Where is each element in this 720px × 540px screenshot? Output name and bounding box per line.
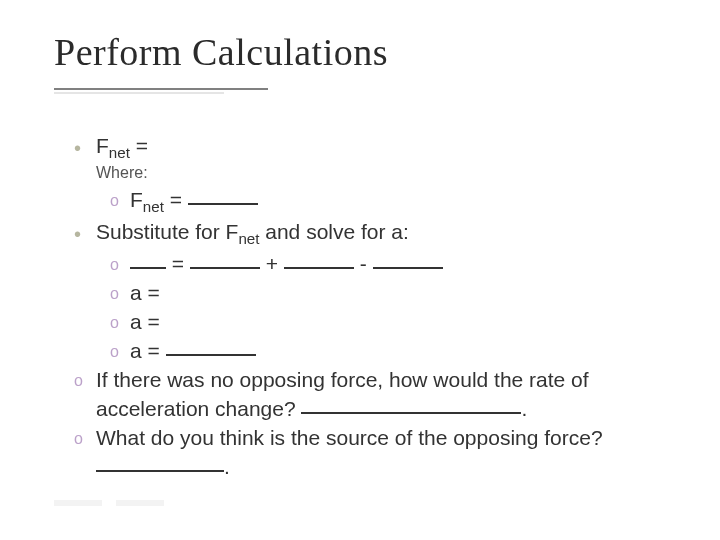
- bullet-substitute-text: Substitute for Fnet and solve for a:: [96, 218, 664, 250]
- question-source: o What do you think is the source of the…: [74, 424, 664, 482]
- blank: [373, 249, 443, 269]
- blank: [190, 249, 260, 269]
- var-f-sub: net: [143, 198, 164, 215]
- question-opposing-force: o If there was no opposing force, how wo…: [74, 366, 664, 424]
- blank: [96, 452, 224, 472]
- period: .: [521, 397, 527, 420]
- sub-a2: o a =: [74, 308, 664, 337]
- eq: =: [130, 134, 148, 157]
- bullet-fnet: • Fnet =: [74, 132, 664, 164]
- sub-fnet-text: Fnet =: [130, 186, 664, 218]
- sub-a3: o a =: [74, 337, 664, 366]
- where-label: Where:: [74, 162, 664, 184]
- title-underline: [54, 88, 268, 90]
- var-f-sub: net: [109, 144, 130, 161]
- blank: [130, 249, 166, 269]
- var-f: F: [226, 220, 239, 243]
- sub-bullet-icon: o: [110, 254, 130, 276]
- title-underline-shadow: [54, 92, 224, 94]
- sub-fnet-blank: o Fnet =: [74, 186, 664, 218]
- eq: =: [164, 188, 188, 211]
- var-f: F: [96, 134, 109, 157]
- var-f-sub: net: [238, 230, 259, 247]
- blank: [301, 394, 521, 414]
- sub-a2-text: a =: [130, 308, 664, 337]
- bullet-icon: •: [74, 221, 96, 249]
- eq: =: [166, 252, 190, 275]
- var-f: F: [130, 188, 143, 211]
- text: Substitute for: [96, 220, 226, 243]
- sub-a1: o a =: [74, 279, 664, 308]
- sub-a3-text: a =: [130, 337, 664, 366]
- text: and solve for a:: [259, 220, 408, 243]
- deco-bar: [54, 500, 102, 506]
- deco-bar: [116, 500, 164, 506]
- sub-bullet-icon: o: [74, 428, 96, 450]
- sub-bullet-icon: o: [110, 341, 130, 363]
- sub-bullet-icon: o: [110, 190, 130, 212]
- plus: +: [260, 252, 284, 275]
- blank: [166, 336, 256, 356]
- sub-equation-text: = + -: [130, 250, 664, 279]
- question-text: If there was no opposing force, how woul…: [96, 366, 664, 424]
- sub-bullet-icon: o: [74, 370, 96, 392]
- period: .: [224, 455, 230, 478]
- minus: -: [354, 252, 373, 275]
- sub-bullet-icon: o: [110, 312, 130, 334]
- slide-body: • Fnet = Where: o Fnet = • Substitute fo…: [74, 132, 664, 482]
- slide: Perform Calculations • Fnet = Where: o F…: [0, 0, 720, 540]
- text: What do you think is the source of the o…: [96, 426, 603, 449]
- blank: [188, 185, 258, 205]
- bullet-substitute: • Substitute for Fnet and solve for a:: [74, 218, 664, 250]
- sub-equation: o = + -: [74, 250, 664, 279]
- question-text: What do you think is the source of the o…: [96, 424, 664, 482]
- sub-a1-text: a =: [130, 279, 664, 308]
- bullet-fnet-text: Fnet =: [96, 132, 664, 164]
- sub-bullet-icon: o: [110, 283, 130, 305]
- text: a =: [130, 339, 166, 362]
- slide-title: Perform Calculations: [54, 30, 388, 74]
- blank: [284, 249, 354, 269]
- bullet-icon: •: [74, 135, 96, 163]
